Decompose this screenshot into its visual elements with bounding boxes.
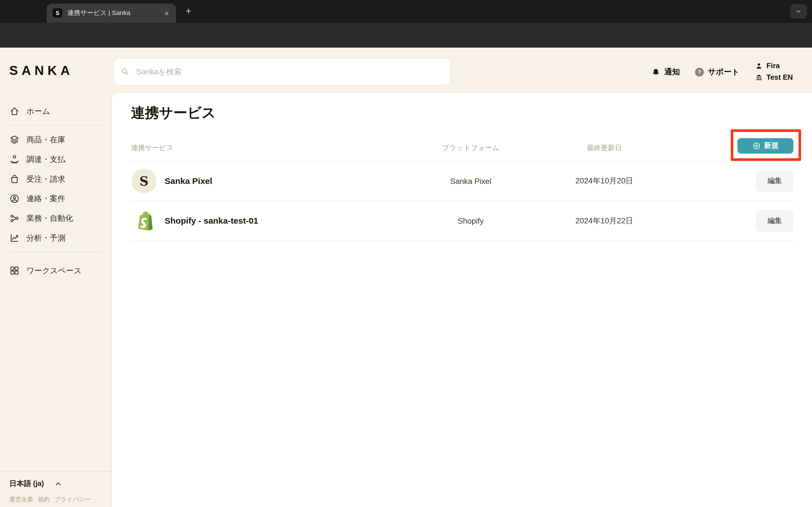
- tab-title: 連携サービス | Sanka: [67, 4, 130, 23]
- sidebar-item-orders[interactable]: 受注・請求: [0, 169, 111, 189]
- sidebar-item-label: ホーム: [27, 106, 50, 116]
- support-label: サポート: [708, 67, 740, 77]
- workspace-name: Test EN: [766, 73, 793, 81]
- new-tab-button[interactable]: +: [183, 5, 195, 17]
- sidebar-divider: [9, 125, 102, 126]
- sidebar-footer-divider: [0, 471, 111, 472]
- integration-name: Sanka Pixel: [165, 176, 212, 186]
- sanka-app: SANKA 通知 ? サポート Fira Test E: [0, 48, 812, 507]
- sidebar-item-contacts[interactable]: 連絡・案件: [0, 189, 111, 209]
- sanka-pixel-icon: S: [132, 169, 156, 193]
- table-row[interactable]: Shopify - sanka-test-01 Shopify 2024年10月…: [131, 201, 794, 241]
- home-icon: [9, 106, 20, 117]
- browser-tabstrip: S 連携サービス | Sanka × +: [0, 0, 812, 23]
- footer-link-company[interactable]: 運営企業: [9, 496, 33, 504]
- integration-platform: Shopify: [419, 217, 522, 225]
- table-row[interactable]: S Sanka Pixel Sanka Pixel 2024年10月20日 編集: [131, 161, 794, 201]
- sidebar-item-procurement[interactable]: 調達・支払: [0, 150, 111, 169]
- sidebar-item-label: 調達・支払: [27, 154, 65, 164]
- chevron-down-icon: [795, 8, 802, 15]
- sidebar-item-label: 分析・予測: [27, 233, 65, 243]
- plus-circle-icon: [752, 142, 760, 150]
- column-header-service: 連携サービス: [131, 144, 174, 153]
- shopping-bag-icon: [9, 174, 20, 184]
- organization-icon: [755, 73, 763, 81]
- sidebar-item-label: 商品・在庫: [27, 135, 65, 145]
- column-header-platform: プラットフォーム: [419, 144, 522, 153]
- language-label: 日本語 (ja): [9, 479, 44, 489]
- table-header-row: 連携サービス プラットフォーム 最終更新日: [131, 93, 794, 161]
- layers-icon: [9, 135, 20, 145]
- integration-updated-date: 2024年10月20日: [553, 176, 656, 186]
- integration-platform: Sanka Pixel: [419, 177, 522, 185]
- sanka-favicon: S: [53, 8, 62, 17]
- person-icon: [755, 62, 763, 69]
- support-button[interactable]: ? サポート: [695, 65, 740, 78]
- browser-window: S 連携サービス | Sanka × + app.sanka.io/ja/wor…: [0, 0, 812, 507]
- sidebar-divider: [9, 252, 102, 252]
- grid-icon: [9, 265, 20, 276]
- sidebar-footer-links: 運営企業 規約 プライバシー: [9, 496, 91, 504]
- integration-name: Shopify - sanka-test-01: [165, 216, 258, 226]
- sanka-logo[interactable]: SANKA: [9, 63, 73, 78]
- column-header-updated: 最終更新日: [553, 144, 656, 153]
- global-search[interactable]: [114, 58, 451, 86]
- user-menu[interactable]: Fira Test EN: [755, 60, 793, 83]
- workspace-row[interactable]: Test EN: [755, 71, 793, 82]
- integration-updated-date: 2024年10月22日: [553, 216, 656, 226]
- main-content: 連携サービス 連携サービス プラットフォーム 最終更新日 S Sanka Pix…: [112, 93, 812, 507]
- sidebar-item-products[interactable]: 商品・在庫: [0, 130, 111, 150]
- chevron-up-icon: [54, 480, 62, 488]
- sidebar-item-workspace[interactable]: ワークスペース: [0, 261, 111, 281]
- search-input[interactable]: [114, 58, 451, 86]
- sidebar: ホーム 商品・在庫 調達・支払 受注・請求 連絡・案件: [0, 93, 112, 507]
- browser-tab[interactable]: S 連携サービス | Sanka ×: [47, 4, 176, 23]
- app-header: SANKA 通知 ? サポート Fira Test E: [0, 48, 812, 93]
- chart-trend-icon: [9, 233, 20, 243]
- integrations-table: 連携サービス プラットフォーム 最終更新日 S Sanka Pixel Sank…: [131, 93, 794, 241]
- sidebar-item-label: 業務・自動化: [27, 214, 73, 223]
- footer-link-terms[interactable]: 規約: [38, 496, 50, 504]
- payment-icon: [9, 154, 20, 165]
- shopify-icon: [132, 209, 156, 233]
- sidebar-item-label: 受注・請求: [27, 174, 65, 184]
- sidebar-item-label: ワークスペース: [27, 266, 82, 276]
- new-integration-button[interactable]: 新規: [738, 138, 794, 154]
- search-icon: [121, 67, 130, 76]
- user-name: Fira: [766, 62, 779, 70]
- sidebar-item-analytics[interactable]: 分析・予測: [0, 228, 111, 248]
- notifications-label: 通知: [665, 67, 680, 77]
- tab-list-chevron-button[interactable]: [790, 4, 807, 18]
- sidebar-item-home[interactable]: ホーム: [0, 101, 111, 121]
- notifications-button[interactable]: 通知: [652, 65, 680, 78]
- bell-icon: [652, 68, 660, 76]
- new-button-label: 新規: [764, 141, 778, 151]
- tab-close-icon[interactable]: ×: [161, 8, 172, 18]
- browser-toolbar: app.sanka.io/ja/workspace/integrations/ …: [0, 23, 812, 48]
- sidebar-item-automation[interactable]: 業務・自動化: [0, 209, 111, 228]
- language-selector[interactable]: 日本語 (ja): [9, 477, 62, 490]
- question-icon: ?: [695, 68, 704, 76]
- edit-button[interactable]: 編集: [756, 170, 794, 192]
- user-row[interactable]: Fira: [755, 60, 793, 71]
- sidebar-item-label: 連絡・案件: [27, 194, 65, 204]
- footer-link-privacy[interactable]: プライバシー: [54, 496, 91, 504]
- edit-button[interactable]: 編集: [756, 210, 794, 232]
- person-circle-icon: [9, 193, 20, 204]
- workflow-nodes-icon: [9, 213, 20, 224]
